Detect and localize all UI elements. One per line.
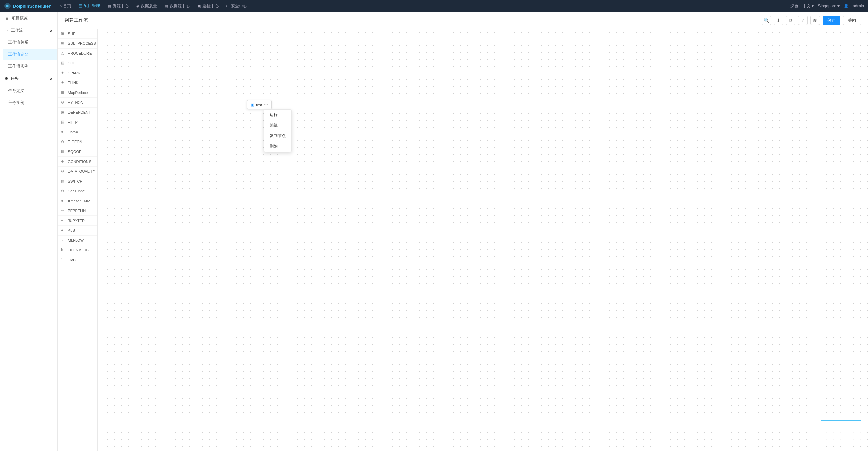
language-select[interactable]: 中文 ▾ (803, 3, 814, 9)
chevron-up-icon: ∧ (50, 28, 53, 33)
context-menu: 运行 编辑 复制节点 删除 (264, 109, 292, 152)
save-button[interactable]: 保存 (823, 16, 840, 25)
mlflow-icon: ♪ (61, 238, 66, 243)
sidebar-item-task-definition[interactable]: 任务定义 (3, 85, 57, 97)
resource-icon: ▦ (107, 4, 111, 8)
task-dependent[interactable]: ▣ DEPENDENT (58, 108, 97, 117)
nav-datasource[interactable]: ▤ 数据源中心 (161, 0, 193, 12)
dvc-icon: ⌇ (61, 258, 66, 262)
monitor-icon: ▣ (197, 4, 201, 8)
nav-monitor[interactable]: ▣ 监控中心 (194, 0, 222, 12)
nav-security[interactable]: ⊙ 安全中心 (223, 0, 251, 12)
nav-resource[interactable]: ▦ 资源中心 (104, 0, 132, 12)
search-button[interactable]: 🔍 (762, 16, 771, 25)
procedure-icon: △ (61, 51, 66, 56)
copy-button[interactable]: ⧉ (786, 16, 795, 25)
fullscreen-button[interactable]: ⤢ (798, 16, 808, 25)
sidebar: ⊞ 项目概览 ↔ 工作流 ∧ 工作流关系 工作流定义 工作流实例 ⚙ 任务 (0, 12, 58, 451)
task-mlflow[interactable]: ♪ MLFLOW (58, 236, 97, 245)
task-amazonemr[interactable]: ● AmazonEMR (58, 196, 97, 206)
close-button[interactable]: 关闭 (843, 16, 861, 25)
task-procedure[interactable]: △ PROCEDURE (58, 49, 97, 58)
task-sub-process[interactable]: ⊞ SUB_PROCESS (58, 39, 97, 49)
workflow-title: 创建工作流 (64, 17, 88, 23)
main-content: 创建工作流 🔍 ⬇ ⧉ ⤢ ≋ 保存 关闭 ▣ SHELL ⊞ (58, 12, 868, 451)
dependent-icon: ▣ (61, 110, 66, 115)
node-more-icon[interactable]: ⋯ (264, 102, 268, 107)
task-sub-items: 任务定义 任务实例 (0, 85, 57, 109)
task-icon: ⚙ (5, 76, 8, 81)
app-logo[interactable]: DolphinScheduler (4, 3, 51, 10)
flink-icon: ◈ (61, 80, 66, 85)
nav-home[interactable]: ⌂ 首页 (56, 0, 75, 12)
workflow-icon: ↔ (5, 28, 9, 33)
node-label: test (256, 103, 262, 107)
context-menu-run[interactable]: 运行 (264, 110, 291, 120)
task-panel: ▣ SHELL ⊞ SUB_PROCESS △ PROCEDURE ▤ SQL … (58, 29, 98, 451)
task-shell[interactable]: ▣ SHELL (58, 29, 97, 39)
task-http[interactable]: ▤ HTTP (58, 117, 97, 127)
task-dvc[interactable]: ⌇ DVC (58, 255, 97, 265)
nav-right: 深色 中文 ▾ Singapore ▾ 👤 admin (790, 3, 864, 9)
seatunnel-icon: ⊙ (61, 189, 66, 193)
sidebar-item-overview[interactable]: ⊞ 项目概览 (0, 12, 57, 24)
user-avatar-icon: 👤 (844, 4, 849, 8)
context-menu-delete[interactable]: 删除 (264, 141, 291, 152)
context-menu-copy-node[interactable]: 复制节点 (264, 131, 291, 141)
datasource-icon: ▤ (164, 4, 168, 8)
sidebar-section-workflow[interactable]: ↔ 工作流 ∧ (0, 24, 57, 37)
pigeon-icon: ⊙ (61, 139, 66, 144)
sql-icon: ▤ (61, 61, 66, 65)
security-icon: ⊙ (226, 4, 230, 8)
download-button[interactable]: ⬇ (774, 16, 783, 25)
sidebar-section-task[interactable]: ⚙ 任务 ∧ (0, 72, 57, 85)
amazonemr-icon: ● (61, 199, 66, 203)
workflow-node-test[interactable]: ▣ test ⋯ (247, 100, 272, 109)
task-pigeon[interactable]: ⊙ PIGEON (58, 137, 97, 147)
task-mapreduce[interactable]: ▦ MapReduce (58, 88, 97, 98)
task-switch[interactable]: ▤ SWITCH (58, 176, 97, 186)
task-spark[interactable]: ✦ SPARK (58, 68, 97, 78)
task-conditions[interactable]: ⊙ CONDITIONS (58, 157, 97, 167)
dataquality-icon: ◈ (136, 4, 139, 8)
sidebar-item-workflow-instance[interactable]: 工作流实例 (3, 60, 57, 72)
mapreduce-icon: ▦ (61, 90, 66, 95)
datax-icon: ● (61, 130, 66, 134)
task-sql[interactable]: ▤ SQL (58, 58, 97, 68)
nav-project[interactable]: ▤ 项目管理 (75, 0, 103, 12)
top-navigation: DolphinScheduler ⌂ 首页 ▤ 项目管理 ▦ 资源中心 ◈ 数据… (0, 0, 868, 12)
python-icon: ⊙ (61, 100, 66, 105)
sidebar-item-task-instance[interactable]: 任务实例 (3, 97, 57, 109)
theme-toggle[interactable]: 深色 (790, 3, 798, 9)
task-python[interactable]: ⊙ PYTHON (58, 98, 97, 108)
zeppelin-icon: ✏ (61, 208, 66, 213)
user-label[interactable]: admin (853, 4, 864, 8)
home-icon: ⌂ (59, 4, 62, 8)
spark-icon: ✦ (61, 71, 66, 75)
task-seatunnel[interactable]: ⊙ SeaTunnel (58, 186, 97, 196)
task-zeppelin[interactable]: ✏ ZEPPELIN (58, 206, 97, 216)
task-jupyter[interactable]: ≡ JUPYTER (58, 216, 97, 226)
context-menu-edit[interactable]: 编辑 (264, 120, 291, 131)
main-layout: ⊞ 项目概览 ↔ 工作流 ∧ 工作流关系 工作流定义 工作流实例 ⚙ 任务 (0, 12, 868, 451)
region-select[interactable]: Singapore ▾ (818, 4, 840, 8)
task-k8s[interactable]: ● K8S (58, 226, 97, 236)
node-type-icon: ▣ (251, 102, 254, 107)
nav-dataquality[interactable]: ◈ 数据质量 (133, 0, 160, 12)
http-icon: ▤ (61, 120, 66, 125)
jupyter-icon: ≡ (61, 218, 66, 223)
task-datax[interactable]: ● DataX (58, 127, 97, 137)
task-data-quality[interactable]: ⊙ DATA_QUALITY (58, 167, 97, 176)
sidebar-item-workflow-relation[interactable]: 工作流关系 (3, 37, 57, 49)
sidebar-item-workflow-definition[interactable]: 工作流定义 (3, 49, 57, 60)
task-flink[interactable]: ◈ FLINK (58, 78, 97, 88)
settings-button[interactable]: ≋ (810, 16, 820, 25)
workflow-sub-items: 工作流关系 工作流定义 工作流实例 (0, 37, 57, 72)
chevron-up-icon-task: ∧ (50, 76, 53, 81)
k8s-icon: ● (61, 228, 66, 233)
overview-icon: ⊞ (5, 16, 9, 21)
workflow-canvas[interactable]: ▣ test ⋯ 运行 编辑 复制节点 删除 (98, 29, 868, 451)
task-sqoop[interactable]: ▤ SQOOP (58, 147, 97, 157)
workflow-actions: 🔍 ⬇ ⧉ ⤢ ≋ 保存 关闭 (762, 16, 861, 25)
task-openmldb[interactable]: N OPENMLDB (58, 245, 97, 255)
